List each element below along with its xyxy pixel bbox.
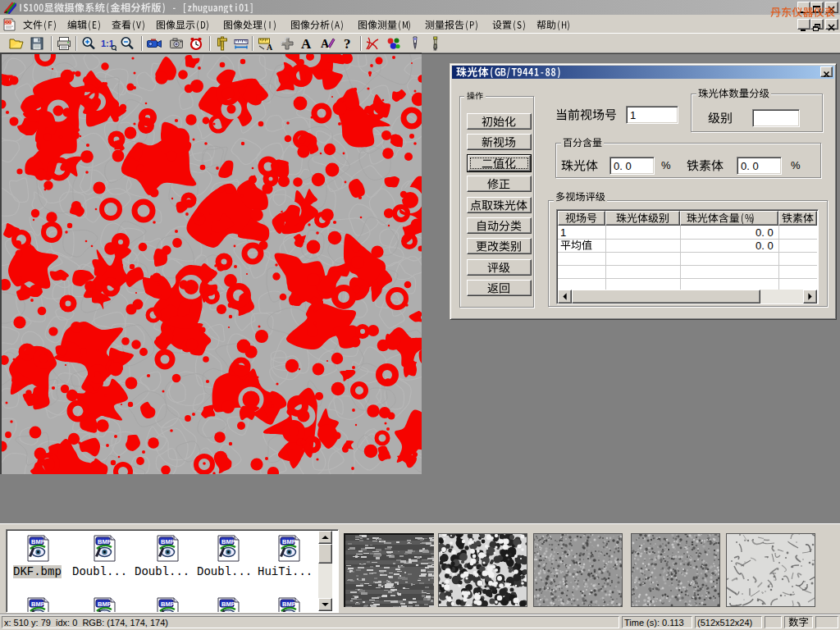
svg-text:BMP: BMP (221, 600, 235, 608)
svg-text:BMP: BMP (221, 538, 235, 546)
svg-text:BMP: BMP (98, 538, 112, 546)
svg-text:?: ? (344, 36, 351, 52)
svg-text:BMP: BMP (161, 538, 175, 546)
svg-text:BMP: BMP (282, 600, 296, 608)
svg-text:BMP: BMP (282, 538, 296, 546)
svg-text:DOC: DOC (5, 21, 14, 25)
svg-text:BMP: BMP (161, 600, 175, 608)
svg-text:A: A (267, 43, 273, 52)
svg-text:A: A (301, 36, 312, 52)
svg-text:BMP: BMP (98, 600, 112, 608)
svg-text:BMP: BMP (31, 600, 45, 608)
svg-text:BMP: BMP (31, 538, 45, 546)
